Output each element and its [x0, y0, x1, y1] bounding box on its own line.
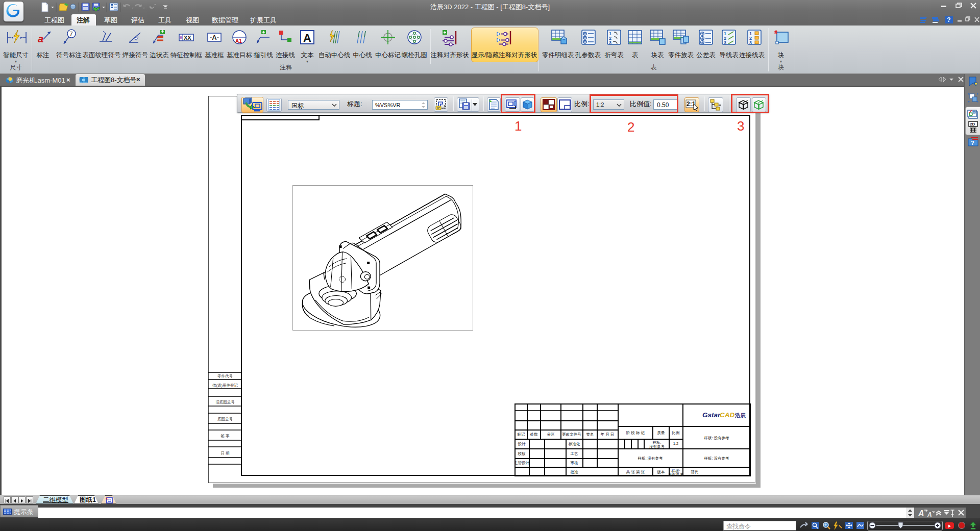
svg-text:签 字: 签 字	[220, 434, 230, 438]
svg-text:标记: 标记	[517, 432, 526, 437]
svg-text:Gstar: Gstar	[702, 411, 721, 419]
svg-text:样板: 没有参考: 样板: 没有参考	[638, 456, 663, 461]
svg-text:浩辰: 浩辰	[734, 412, 746, 418]
svg-text:A: A	[927, 511, 932, 518]
svg-text:阶 段 标 记: 阶 段 标 记	[626, 431, 645, 435]
svg-text:零件代号: 零件代号	[217, 374, 233, 378]
svg-text:主管设计: 主管设计	[514, 461, 530, 465]
svg-text:校核: 校核	[518, 451, 526, 456]
svg-text:-A-: -A-	[210, 34, 219, 41]
svg-text:签名: 签名	[586, 432, 594, 437]
svg-text:批准: 批准	[571, 470, 579, 474]
svg-text:3: 3	[749, 40, 752, 45]
svg-text:版本: 版本	[657, 470, 666, 474]
svg-text:底图总号: 底图总号	[217, 417, 233, 421]
svg-text:?: ?	[971, 140, 974, 146]
svg-text:XX: XX	[184, 35, 191, 41]
svg-text:没有参考: 没有参考	[649, 444, 665, 449]
svg-text:设计: 设计	[518, 442, 526, 446]
svg-text:日 期: 日 期	[220, 451, 229, 456]
svg-text:A1: A1	[235, 38, 242, 44]
svg-text:更改文件号: 更改文件号	[562, 432, 581, 437]
svg-text:2D: 2D	[970, 122, 975, 127]
svg-text:3: 3	[724, 40, 726, 45]
svg-text:质量: 质量	[657, 431, 666, 435]
svg-text:旧底图总号: 旧底图总号	[215, 400, 235, 404]
svg-text:分区: 分区	[547, 432, 555, 437]
svg-text:a: a	[38, 33, 43, 44]
svg-text:A: A	[918, 509, 924, 518]
svg-text:样板: 没有参考: 样板: 没有参考	[704, 436, 729, 440]
svg-text:处数: 处数	[530, 432, 538, 437]
svg-text:CAD: CAD	[720, 411, 734, 419]
svg-text:没有参考: 没有参考	[668, 472, 684, 476]
svg-text:比例: 比例	[672, 431, 680, 435]
svg-text:样板: 没有参考: 样板: 没有参考	[704, 456, 729, 461]
svg-text:7: 7	[69, 31, 73, 38]
svg-text:A: A	[303, 32, 311, 44]
svg-text:工艺: 工艺	[571, 451, 579, 456]
svg-text:替代: 替代	[691, 470, 699, 474]
svg-text:共 张 第 张: 共 张 第 张	[626, 470, 645, 474]
svg-text:?: ?	[947, 16, 950, 23]
svg-text:年 月 日: 年 月 日	[600, 432, 615, 437]
svg-text:标准化: 标准化	[568, 442, 580, 446]
svg-text:审核: 审核	[571, 461, 579, 465]
svg-text:1:2: 1:2	[673, 441, 678, 446]
svg-text:3: 3	[609, 40, 611, 45]
svg-text:借(通)用件登记: 借(通)用件登记	[212, 383, 238, 388]
